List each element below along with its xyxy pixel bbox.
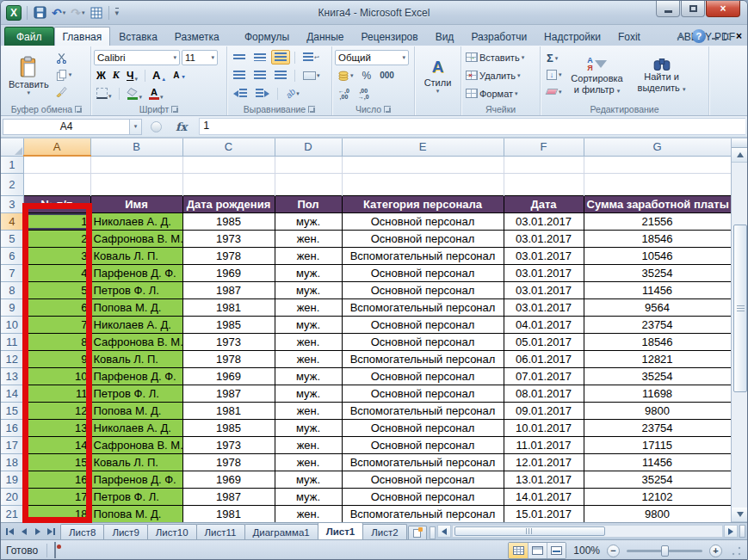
cell[interactable]: 03.01.2017 bbox=[504, 281, 584, 298]
fill-button[interactable]: ↓▾ bbox=[545, 68, 564, 83]
row-header-9[interactable]: 9 bbox=[1, 298, 23, 316]
cell[interactable] bbox=[342, 156, 504, 173]
tab-Главная[interactable]: Главная bbox=[54, 27, 111, 46]
cell[interactable]: 1969 bbox=[182, 264, 275, 281]
sheet-tab-Лист11[interactable]: Лист11 bbox=[196, 524, 245, 539]
cell[interactable]: 7 bbox=[23, 316, 90, 333]
cell[interactable] bbox=[584, 156, 731, 173]
cell[interactable]: жен. bbox=[275, 505, 342, 522]
cell[interactable]: Попова М. Д. bbox=[90, 402, 182, 419]
align-top-button[interactable] bbox=[230, 52, 249, 63]
quick-table-button[interactable] bbox=[90, 5, 103, 21]
cell[interactable]: 5 bbox=[23, 281, 90, 298]
column-header-D[interactable]: D bbox=[275, 138, 342, 156]
underline-button[interactable]: Ч▾ bbox=[124, 69, 140, 83]
tab-file[interactable]: Файл bbox=[4, 27, 54, 46]
cell[interactable]: 2 bbox=[23, 230, 90, 247]
cell[interactable]: 13.01.2017 bbox=[504, 471, 584, 488]
column-header-F[interactable]: F bbox=[504, 138, 584, 156]
increase-decimal-button[interactable]: ←,0,00 bbox=[335, 85, 353, 102]
cell[interactable]: Основной персонал bbox=[342, 419, 504, 436]
row-header-13[interactable]: 13 bbox=[1, 367, 23, 385]
cell[interactable]: муж. bbox=[275, 281, 342, 298]
cell[interactable]: 1981 bbox=[182, 298, 275, 316]
insert-worksheet-button[interactable] bbox=[408, 526, 427, 539]
cell[interactable]: 18546 bbox=[584, 230, 731, 247]
cell[interactable]: 35254 bbox=[584, 471, 731, 488]
cell[interactable]: 11456 bbox=[584, 453, 731, 471]
scroll-down-button[interactable] bbox=[732, 508, 748, 522]
cell[interactable]: 12.01.2017 bbox=[504, 453, 584, 471]
percent-format-button[interactable]: % bbox=[359, 67, 375, 84]
scroll-left-button[interactable] bbox=[437, 525, 451, 538]
minimize-button[interactable] bbox=[656, 1, 680, 17]
cell[interactable]: 03.01.2017 bbox=[504, 247, 584, 264]
zoom-in-button[interactable]: + bbox=[709, 545, 722, 557]
row-header-11[interactable]: 11 bbox=[1, 333, 23, 350]
help-button[interactable]: ? bbox=[692, 29, 706, 43]
cell[interactable]: 13 bbox=[23, 419, 90, 436]
font-name-select[interactable]: Calibri▾ bbox=[94, 50, 180, 65]
currency-format-button[interactable]: ▾ bbox=[335, 68, 357, 83]
redo-button[interactable]: ↷▾ bbox=[70, 5, 85, 21]
cell[interactable]: 08.01.2017 bbox=[504, 385, 584, 402]
cell[interactable]: Сафронова В. М. bbox=[90, 333, 182, 350]
align-middle-button[interactable] bbox=[250, 51, 269, 64]
cell[interactable]: Николаев А. Д. bbox=[90, 212, 182, 230]
sheet-tab-Диаграмма1[interactable]: Диаграмма1 bbox=[244, 524, 318, 539]
paste-button[interactable]: Вставить ▾ bbox=[5, 48, 53, 102]
cell[interactable] bbox=[504, 173, 584, 195]
cell[interactable]: 9800 bbox=[584, 402, 731, 419]
column-header-A[interactable]: A bbox=[23, 138, 90, 156]
cell[interactable]: 1985 bbox=[182, 419, 275, 436]
scroll-up-button[interactable] bbox=[732, 148, 748, 163]
align-center-button[interactable] bbox=[250, 68, 269, 83]
cell[interactable]: 1981 bbox=[182, 402, 275, 419]
tab-Foxit PDF[interactable]: Foxit PDF bbox=[609, 27, 669, 46]
zoom-level[interactable]: 100% bbox=[573, 545, 600, 557]
dialog-launcher-icon[interactable] bbox=[75, 106, 82, 113]
cell[interactable]: 06.01.2017 bbox=[504, 350, 584, 367]
cell[interactable]: Вспомогательный персонал bbox=[342, 247, 504, 264]
name-box-dropdown[interactable]: ▾ bbox=[130, 119, 142, 135]
row-header-15[interactable]: 15 bbox=[1, 402, 23, 419]
cell[interactable]: 03.01.2017 bbox=[504, 212, 584, 230]
cell[interactable]: муж. bbox=[275, 419, 342, 436]
cell[interactable]: 15 bbox=[23, 453, 90, 471]
insert-function-button[interactable]: fx bbox=[174, 120, 199, 133]
cell[interactable]: Парфенов Д. Ф. bbox=[90, 367, 182, 385]
cell[interactable]: 12821 bbox=[584, 350, 731, 367]
tab-Формулы[interactable]: Формулы bbox=[236, 27, 298, 46]
row-header-21[interactable]: 21 bbox=[1, 505, 23, 522]
zoom-slider-thumb[interactable] bbox=[661, 545, 669, 557]
row-header-7[interactable]: 7 bbox=[1, 264, 23, 281]
cell[interactable]: Основной персонал bbox=[342, 333, 504, 350]
collapse-ribbon-button[interactable] bbox=[676, 34, 686, 40]
page-layout-view-button[interactable] bbox=[528, 543, 547, 558]
workbook-restore-button[interactable] bbox=[724, 32, 731, 41]
cell[interactable]: Основной персонал bbox=[342, 281, 504, 298]
cell[interactable]: 14.01.2017 bbox=[504, 488, 584, 505]
resize-grip[interactable] bbox=[731, 545, 742, 557]
cell[interactable] bbox=[23, 156, 90, 173]
cell[interactable] bbox=[182, 156, 275, 173]
clear-button[interactable]: ▾ bbox=[545, 84, 564, 99]
cell[interactable]: 15.01.2017 bbox=[504, 505, 584, 522]
cell[interactable]: Петров Ф. Л. bbox=[90, 281, 182, 298]
row-header-8[interactable]: 8 bbox=[1, 281, 23, 298]
customize-qat-button[interactable]: ▾ bbox=[114, 5, 121, 21]
last-sheet-button[interactable] bbox=[45, 525, 58, 538]
formula-input[interactable]: 1 bbox=[199, 118, 745, 135]
cell[interactable]: 12102 bbox=[584, 488, 731, 505]
first-sheet-button[interactable] bbox=[3, 525, 16, 538]
table-header-cell[interactable]: Дата рождения bbox=[182, 195, 275, 212]
format-cells-button[interactable]: Формат▾ bbox=[464, 86, 537, 101]
cell[interactable]: Сафронова В. М. bbox=[90, 436, 182, 453]
cell[interactable]: 21556 bbox=[584, 212, 731, 230]
column-header-E[interactable]: E bbox=[342, 138, 504, 156]
cell[interactable]: 1987 bbox=[182, 385, 275, 402]
table-header-cell[interactable]: Сумма заработной платы bbox=[584, 195, 731, 212]
cell[interactable]: 16 bbox=[23, 471, 90, 488]
cell[interactable]: 12 bbox=[23, 402, 90, 419]
cell[interactable]: 9564 bbox=[584, 298, 731, 316]
